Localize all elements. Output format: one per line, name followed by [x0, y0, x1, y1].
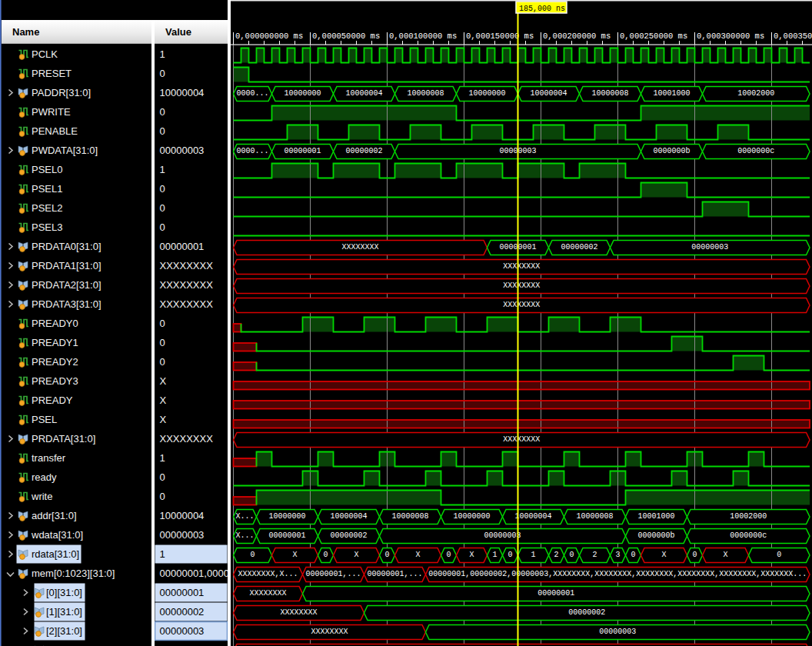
- svg-text:10001000: 10001000: [637, 512, 674, 521]
- svg-text:PENABLE: PENABLE: [32, 125, 78, 137]
- svg-text:XXXXXXXX: XXXXXXXX: [341, 243, 378, 251]
- svg-text:wdata[31:0]: wdata[31:0]: [31, 529, 83, 541]
- svg-text:2: 2: [592, 551, 597, 559]
- svg-text:PRDATA0[31:0]: PRDATA0[31:0]: [32, 241, 102, 252]
- svg-text:XXXXXXXX: XXXXXXXX: [160, 298, 214, 310]
- svg-text:0: 0: [446, 551, 451, 559]
- svg-text:XXXXXXXX: XXXXXXXX: [503, 262, 540, 271]
- svg-text:PSEL2: PSEL2: [32, 202, 62, 214]
- svg-text:write: write: [31, 491, 52, 502]
- svg-text:00000001: 00000001: [537, 589, 574, 598]
- svg-text:0: 0: [160, 491, 165, 502]
- svg-text:X...: X...: [235, 512, 254, 521]
- svg-text:X: X: [160, 395, 167, 406]
- svg-text:PSEL0: PSEL0: [32, 164, 62, 175]
- svg-text:PREADY0: PREADY0: [32, 318, 78, 329]
- svg-text:00000001: 00000001: [268, 531, 305, 540]
- svg-text:PRESET: PRESET: [32, 68, 72, 79]
- svg-text:00000001,...: 00000001,...: [367, 570, 422, 578]
- svg-text:0: 0: [323, 551, 328, 559]
- svg-text:0: 0: [160, 221, 165, 233]
- svg-text:00000003: 00000003: [160, 145, 205, 156]
- svg-text:0: 0: [692, 551, 697, 559]
- svg-text:10000004: 10000004: [345, 89, 382, 98]
- svg-text:XXXXXXXX: XXXXXXXX: [280, 608, 317, 617]
- svg-text:00000003: 00000003: [160, 625, 205, 637]
- svg-text:0: 0: [569, 551, 574, 559]
- svg-text:1: 1: [492, 551, 497, 559]
- svg-text:00000002: 00000002: [160, 606, 205, 618]
- svg-text:XXXXXXXX,X...: XXXXXXXX,X...: [238, 570, 298, 578]
- svg-text:10002000: 10002000: [730, 512, 767, 521]
- svg-text:0000000b: 0000000b: [637, 531, 674, 540]
- svg-text:0: 0: [777, 551, 781, 559]
- svg-text:0: 0: [160, 125, 165, 137]
- svg-text:X: X: [160, 414, 167, 425]
- svg-text:PRDATA3[31:0]: PRDATA3[31:0]: [32, 298, 102, 310]
- svg-text:00000001,00000002,00000003,XXX: 00000001,00000002,00000003,XXXXXXXX,XXXX…: [428, 570, 807, 578]
- svg-text:Value: Value: [165, 26, 191, 38]
- svg-text:10000008: 10000008: [391, 512, 428, 521]
- svg-text:X...: X...: [235, 531, 254, 540]
- svg-text:PRDATA2[31:0]: PRDATA2[31:0]: [32, 279, 102, 291]
- svg-text:00000001: 00000001: [160, 241, 205, 252]
- svg-text:0: 0: [631, 551, 635, 559]
- svg-text:XXXXXXXX: XXXXXXXX: [160, 433, 214, 445]
- svg-text:PWDATA[31:0]: PWDATA[31:0]: [32, 145, 98, 156]
- svg-text:00000001: 00000001: [284, 147, 321, 155]
- svg-text:0: 0: [160, 183, 165, 195]
- svg-text:0: 0: [160, 356, 165, 368]
- svg-text:PSEL: PSEL: [32, 414, 57, 425]
- svg-text:transfer: transfer: [32, 452, 66, 464]
- svg-text:10000000: 10000000: [468, 89, 505, 98]
- svg-text:0: 0: [160, 202, 165, 214]
- svg-text:10000004: 10000004: [160, 510, 205, 521]
- svg-text:Name: Name: [12, 26, 39, 38]
- svg-text:rdata[31:0]: rdata[31:0]: [32, 548, 79, 560]
- svg-text:addr[31:0]: addr[31:0]: [32, 510, 77, 521]
- svg-text:0,000000000 ms: 0,000000000 ms: [235, 32, 303, 41]
- svg-text:185,000 ns: 185,000 ns: [519, 5, 565, 13]
- svg-text:10000004: 10000004: [514, 512, 551, 521]
- svg-text:mem[0:1023][31:0]: mem[0:1023][31:0]: [32, 568, 115, 579]
- svg-text:[0][31:0]: [0][31:0]: [46, 587, 82, 598]
- svg-text:10001000: 10001000: [653, 89, 690, 98]
- svg-text:1: 1: [531, 551, 535, 559]
- svg-text:PADDR[31:0]: PADDR[31:0]: [32, 87, 91, 98]
- svg-text:00000001,...: 00000001,...: [305, 570, 361, 578]
- svg-text:00000002: 00000002: [345, 147, 382, 155]
- svg-text:XXXXXXXX: XXXXXXXX: [311, 628, 348, 636]
- svg-text:10000000: 10000000: [453, 512, 490, 521]
- svg-text:0: 0: [250, 551, 255, 559]
- svg-text:0: 0: [384, 551, 389, 559]
- svg-text:X: X: [723, 551, 727, 559]
- svg-text:00000003: 00000003: [160, 529, 205, 541]
- svg-text:X: X: [415, 551, 420, 559]
- svg-text:XXXXXXXX: XXXXXXXX: [160, 279, 214, 291]
- svg-text:0,000250000 ms: 0,000250000 ms: [620, 32, 687, 41]
- svg-text:0,000100000 ms: 0,000100000 ms: [389, 32, 457, 41]
- svg-text:[1][31:0]: [1][31:0]: [46, 606, 82, 618]
- svg-text:1: 1: [160, 164, 165, 175]
- svg-text:00000002: 00000002: [330, 531, 367, 540]
- svg-text:0,000350000 ms: 0,000350000 ms: [774, 32, 812, 41]
- svg-text:0000000c: 0000000c: [730, 531, 767, 540]
- svg-text:0000000c: 0000000c: [737, 147, 774, 155]
- svg-text:X: X: [160, 375, 167, 387]
- svg-text:XXXXXXXX: XXXXXXXX: [503, 281, 540, 290]
- svg-text:X: X: [354, 551, 358, 559]
- svg-text:0: 0: [160, 337, 165, 348]
- svg-text:PREADY: PREADY: [32, 395, 73, 406]
- svg-text:0: 0: [160, 318, 165, 329]
- svg-text:XXXXXXXX: XXXXXXXX: [249, 589, 286, 598]
- svg-text:00000003: 00000003: [691, 243, 728, 251]
- svg-text:10000008: 10000008: [591, 89, 628, 98]
- svg-text:10000000: 10000000: [284, 89, 321, 98]
- svg-text:10000004: 10000004: [330, 512, 367, 521]
- svg-text:[2][31:0]: [2][31:0]: [46, 625, 82, 637]
- svg-text:3: 3: [615, 551, 620, 559]
- svg-text:PSEL1: PSEL1: [32, 183, 62, 195]
- svg-text:1: 1: [160, 548, 165, 560]
- svg-text:0: 0: [508, 551, 512, 559]
- svg-text:10000004: 10000004: [530, 89, 567, 98]
